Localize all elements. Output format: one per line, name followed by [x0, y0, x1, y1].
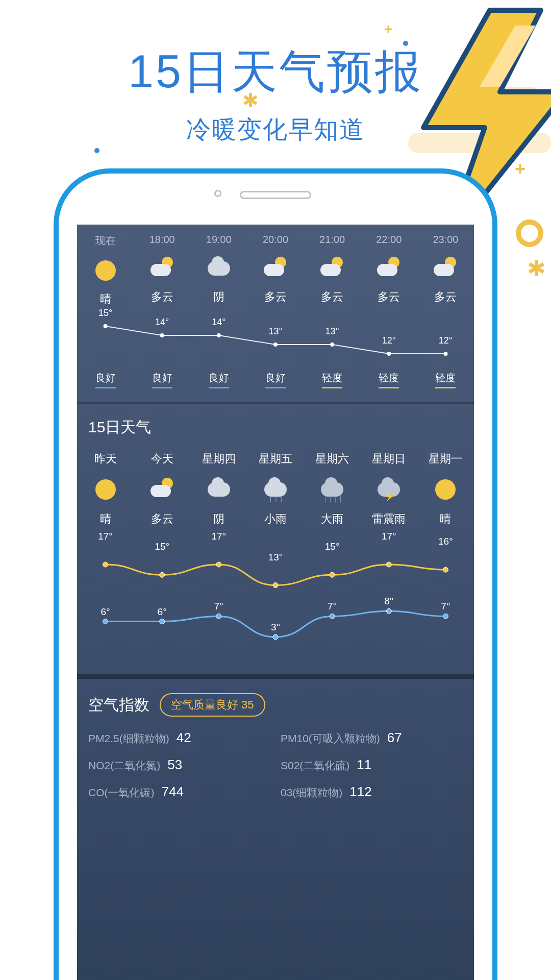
sun-icon [435, 479, 456, 500]
sun-icon [95, 479, 116, 500]
air-item: CO(一氧化碳)744 [88, 784, 270, 800]
daily-icon-wrap [247, 477, 304, 502]
sparkle-icon: ✱ [527, 255, 546, 281]
hourly-aqi[interactable]: 良好 [95, 371, 116, 388]
hourly-aqi-col: 轻度 [417, 369, 474, 388]
daily-low: 3° [271, 622, 280, 633]
hourly-temp: 12° [439, 335, 453, 346]
svg-point-17 [160, 619, 165, 624]
daily-day: 星期一 [417, 451, 474, 467]
daily-day: 星期日 [361, 451, 417, 467]
daily-col[interactable]: 星期日雷震雨 [361, 451, 417, 527]
svg-point-12 [273, 583, 278, 588]
hourly-condition: 多云 [304, 289, 361, 305]
hourly-condition: 多云 [417, 289, 474, 305]
daily-low: 7° [441, 601, 450, 612]
hourly-aqi[interactable]: 轻度 [322, 371, 342, 388]
hourly-aqi[interactable]: 良好 [209, 371, 229, 388]
hourly-aqi[interactable]: 轻度 [435, 371, 456, 388]
hourly-col[interactable]: 现在晴 [77, 234, 134, 311]
svg-point-4 [217, 333, 221, 337]
daily-high: 17° [211, 531, 226, 542]
daily-high: 15° [155, 541, 169, 552]
svg-point-14 [386, 562, 391, 567]
daily-low: 6° [158, 606, 167, 618]
svg-point-20 [330, 614, 335, 619]
hourly-aqi-col: 良好 [190, 369, 247, 388]
hourly-temp-chart [77, 317, 474, 363]
hourly-time: 23:00 [417, 234, 474, 246]
hourly-aqi[interactable]: 良好 [265, 371, 286, 388]
hourly-time: 现在 [77, 234, 134, 248]
daily-low: 7° [328, 601, 337, 612]
hourly-col[interactable]: 20:00多云 [247, 234, 304, 311]
hourly-aqi-col: 良好 [77, 369, 134, 388]
hourly-temp: 13° [325, 326, 339, 337]
air-item-value: 744 [162, 784, 184, 800]
daily-day: 昨天 [77, 451, 134, 467]
hourly-col[interactable]: 21:00多云 [304, 234, 361, 311]
hourly-temp: 13° [268, 326, 282, 337]
air-item-name: CO(一氧化碳) [88, 786, 155, 800]
cloud-sun-icon [264, 261, 287, 276]
svg-point-15 [443, 567, 448, 572]
phone-speaker-icon [240, 191, 311, 199]
daily-col[interactable]: 昨天晴 [77, 451, 134, 527]
daily-col[interactable]: 星期六大雨 [304, 451, 361, 527]
hourly-col[interactable]: 23:00多云 [417, 234, 474, 311]
daily-day: 今天 [134, 451, 190, 467]
thunder-icon [378, 482, 400, 497]
daily-col[interactable]: 星期一晴 [417, 451, 474, 527]
daily-col[interactable]: 星期四阴 [190, 451, 247, 527]
daily-low: 6° [101, 606, 110, 618]
svg-point-3 [160, 333, 164, 337]
hourly-condition: 晴 [77, 291, 134, 307]
air-title: 空气指数 [88, 695, 149, 716]
daily-high: 17° [98, 531, 113, 542]
air-item-value: 42 [177, 730, 191, 746]
svg-point-16 [103, 619, 108, 624]
daily-col[interactable]: 今天多云 [134, 451, 190, 527]
hourly-aqi[interactable]: 良好 [152, 371, 172, 388]
svg-point-2 [104, 324, 108, 328]
daily-col[interactable]: 星期五小雨 [247, 451, 304, 527]
svg-point-19 [273, 634, 278, 640]
hourly-col[interactable]: 18:00多云 [134, 234, 190, 311]
hourly-condition: 多云 [247, 289, 304, 305]
hourly-temp: 12° [382, 335, 396, 346]
hero-title: 15日天气预报 [0, 41, 551, 103]
daily-condition: 晴 [417, 511, 474, 527]
daily-condition: 多云 [134, 511, 190, 527]
svg-point-13 [330, 572, 335, 577]
hourly-col[interactable]: 22:00多云 [361, 234, 417, 311]
hourly-time: 22:00 [361, 234, 417, 246]
svg-point-9 [103, 562, 108, 567]
daily-low: 7° [214, 601, 223, 612]
cloud-sun-icon [377, 261, 400, 276]
air-item: NO2(二氧化氮)53 [88, 757, 270, 773]
hourly-temp: 14° [212, 317, 226, 328]
daily-icon-wrap [361, 477, 417, 502]
hourly-aqi[interactable]: 轻度 [379, 371, 399, 388]
air-badge[interactable]: 空气质量良好 35 [160, 693, 265, 717]
hourly-icon-wrap [361, 257, 417, 280]
svg-point-6 [330, 342, 334, 347]
daily-title: 15日天气 [77, 417, 474, 451]
daily-day: 星期五 [247, 451, 304, 467]
hourly-forecast[interactable]: 现在晴18:00多云19:00阴20:00多云21:00多云22:00多云23:… [77, 225, 474, 404]
daily-icon-wrap [77, 477, 134, 502]
hourly-icon-wrap [417, 257, 474, 280]
hourly-condition: 阴 [190, 289, 247, 305]
app-screen[interactable]: 现在晴18:00多云19:00阴20:00多云21:00多云22:00多云23:… [77, 225, 474, 980]
hourly-aqi-col: 轻度 [304, 369, 361, 388]
cloud-sun-icon [320, 261, 344, 276]
hourly-col[interactable]: 19:00阴 [190, 234, 247, 311]
hourly-time: 19:00 [190, 234, 247, 246]
hourly-temp: 15° [98, 308, 112, 318]
daily-forecast[interactable]: 15日天气 昨天晴今天多云星期四阴星期五小雨星期六大雨星期日雷震雨星期一晴 17… [77, 404, 474, 679]
hero: 15日天气预报 冷暖变化早知道 [0, 0, 551, 146]
hourly-aqi-col: 良好 [134, 369, 190, 388]
daily-icon-wrap [417, 477, 474, 502]
air-item-name: S02(二氧化硫) [281, 758, 349, 773]
daily-high: 16° [438, 536, 453, 547]
